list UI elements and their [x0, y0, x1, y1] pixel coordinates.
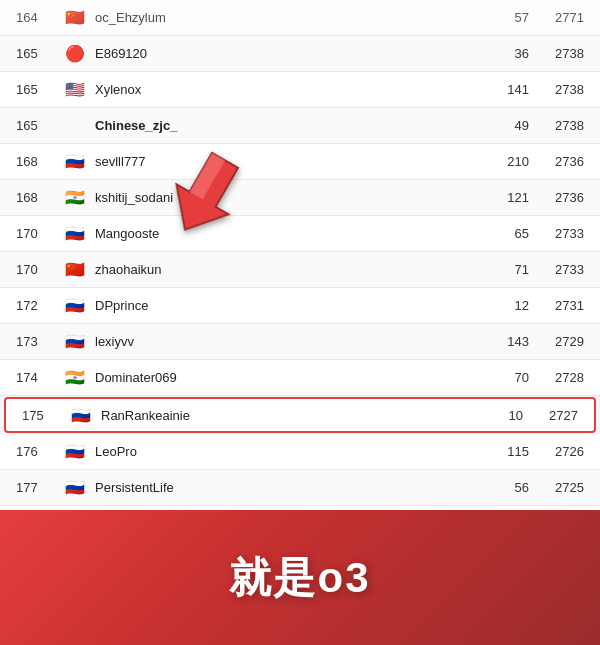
name-cell: oc_Ehzylum [89, 10, 479, 25]
subtitle-text: 就是o3 [229, 550, 370, 606]
leaderboard-table: 164 🇨🇳 oc_Ehzylum 57 2771 165 🔴 E869120 … [0, 0, 600, 510]
bottom-section: 就是o3 [0, 510, 600, 645]
name-cell: Mangooste [89, 226, 479, 241]
rating-cell: 2727 [523, 408, 578, 423]
flag-cell: 🇺🇸 [61, 80, 89, 99]
flag-cell: 🔴 [61, 44, 89, 63]
wins-cell: 115 [479, 444, 529, 459]
table-row: 177 🇷🇺 PersistentLife 56 2725 [0, 470, 600, 506]
rating-cell: 2726 [529, 444, 584, 459]
table-row: 168 🇷🇺 sevlll777 210 2736 [0, 144, 600, 180]
wins-cell: 121 [479, 190, 529, 205]
name-cell: DPprince [89, 298, 479, 313]
flag-cell: 🇷🇺 [61, 224, 89, 243]
table-row: 164 🇨🇳 oc_Ehzylum 57 2771 [0, 0, 600, 36]
name-cell: Xylenox [89, 82, 479, 97]
wins-cell: 65 [479, 226, 529, 241]
rank-cell: 168 [16, 154, 61, 169]
flag-cell: 🇷🇺 [61, 332, 89, 351]
rank-cell: 174 [16, 370, 61, 385]
table-row: 165 Chinese_zjc_ 49 2738 [0, 108, 600, 144]
rating-cell: 2738 [529, 118, 584, 133]
name-cell: E869120 [89, 46, 479, 61]
leaderboard-container: 164 🇨🇳 oc_Ehzylum 57 2771 165 🔴 E869120 … [0, 0, 600, 510]
wins-cell: 49 [479, 118, 529, 133]
flag-cell: 🇷🇺 [61, 442, 89, 461]
table-row: 172 🇷🇺 DPprince 12 2731 [0, 288, 600, 324]
rating-cell: 2738 [529, 46, 584, 61]
wins-cell: 210 [479, 154, 529, 169]
table-row: 175 🇷🇺 RanRankeainie 10 2727 [4, 397, 596, 433]
name-cell: kshitij_sodani [89, 190, 479, 205]
wins-cell: 141 [479, 82, 529, 97]
rank-cell: 173 [16, 334, 61, 349]
rank-cell: 172 [16, 298, 61, 313]
rank-cell: 165 [16, 46, 61, 61]
name-cell: Dominater069 [89, 370, 479, 385]
flag-cell: 🇷🇺 [61, 152, 89, 171]
rank-cell: 165 [16, 82, 61, 97]
rank-cell: 177 [16, 480, 61, 495]
rating-cell: 2771 [529, 10, 584, 25]
table-row: 170 🇷🇺 Mangooste 65 2733 [0, 216, 600, 252]
rating-cell: 2725 [529, 480, 584, 495]
rating-cell: 2733 [529, 262, 584, 277]
flag-cell: 🇷🇺 [61, 296, 89, 315]
rank-cell: 176 [16, 444, 61, 459]
rank-cell: 168 [16, 190, 61, 205]
flag-cell: 🇮🇳 [61, 368, 89, 387]
wins-cell: 143 [479, 334, 529, 349]
name-cell: LeoPro [89, 444, 479, 459]
rank-cell: 164 [16, 10, 61, 25]
flag-cell: 🇨🇳 [61, 8, 89, 27]
rank-cell: 165 [16, 118, 61, 133]
name-cell: PersistentLife [89, 480, 479, 495]
rank-cell: 175 [22, 408, 67, 423]
wins-cell: 57 [479, 10, 529, 25]
wins-cell: 56 [479, 480, 529, 495]
table-row: 165 🇺🇸 Xylenox 141 2738 [0, 72, 600, 108]
rating-cell: 2729 [529, 334, 584, 349]
rating-cell: 2738 [529, 82, 584, 97]
rating-cell: 2736 [529, 190, 584, 205]
flag-cell: 🇮🇳 [61, 188, 89, 207]
flag-cell: 🇷🇺 [67, 406, 95, 425]
table-row: 174 🇮🇳 Dominater069 70 2728 [0, 360, 600, 396]
name-cell: RanRankeainie [95, 408, 473, 423]
name-cell: zhaohaikun [89, 262, 479, 277]
rating-cell: 2731 [529, 298, 584, 313]
table-row: 173 🇷🇺 lexiyvv 143 2729 [0, 324, 600, 360]
name-cell: sevlll777 [89, 154, 479, 169]
wins-cell: 71 [479, 262, 529, 277]
flag-cell: 🇷🇺 [61, 478, 89, 497]
flag-cell: 🇨🇳 [61, 260, 89, 279]
wins-cell: 10 [473, 408, 523, 423]
wins-cell: 36 [479, 46, 529, 61]
wins-cell: 70 [479, 370, 529, 385]
rating-cell: 2736 [529, 154, 584, 169]
name-cell: lexiyvv [89, 334, 479, 349]
rank-cell: 170 [16, 226, 61, 241]
table-row: 168 🇮🇳 kshitij_sodani 121 2736 [0, 180, 600, 216]
table-row: 176 🇷🇺 LeoPro 115 2726 [0, 434, 600, 470]
table-row: 170 🇨🇳 zhaohaikun 71 2733 [0, 252, 600, 288]
table-row: 165 🔴 E869120 36 2738 [0, 36, 600, 72]
rating-cell: 2733 [529, 226, 584, 241]
rating-cell: 2728 [529, 370, 584, 385]
rank-cell: 170 [16, 262, 61, 277]
name-cell: Chinese_zjc_ [89, 118, 479, 133]
wins-cell: 12 [479, 298, 529, 313]
